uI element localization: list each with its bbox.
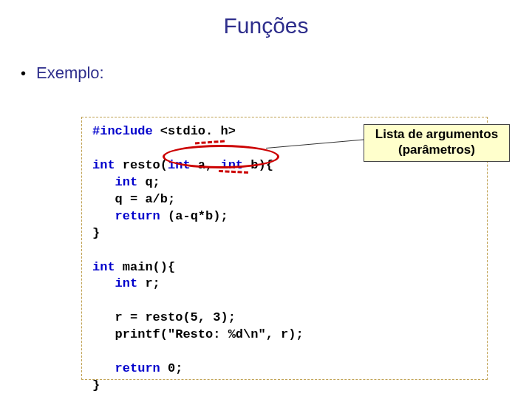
code-text: r; — [137, 276, 160, 290]
bullet-dot-icon: • — [21, 65, 26, 82]
code-text: main(){ — [115, 260, 176, 274]
kw-int: int — [92, 260, 115, 274]
kw-return: return — [92, 209, 160, 223]
callout-box: Lista de argumentos (parâmetros) — [364, 124, 510, 162]
kw-include: #include — [92, 124, 153, 138]
code-block: #include <stdio. h> int resto(int a, int… — [92, 123, 477, 395]
code-text: q = a/b; — [92, 192, 175, 206]
page-title: Funções — [0, 0, 532, 44]
kw-return: return — [92, 361, 160, 375]
code-text: } — [92, 378, 100, 392]
code-text: 0; — [160, 361, 183, 375]
bullet-label: Exemplo: — [36, 64, 104, 83]
code-text: printf("Resto: %d\n", r); — [92, 327, 304, 341]
kw-int: int — [92, 175, 137, 189]
code-text: q; — [137, 175, 160, 189]
code-text: (a-q*b); — [160, 209, 228, 223]
bullet-example: • Exemplo: — [0, 64, 532, 83]
callout-line2: (parâmetros) — [367, 142, 506, 157]
kw-int: int — [92, 276, 137, 290]
highlight-oval-icon — [163, 145, 279, 168]
code-text: <stdio. h> — [153, 124, 236, 138]
callout-line1: Lista de argumentos — [367, 126, 506, 142]
code-text: } — [92, 226, 100, 240]
code-text: resto( — [115, 158, 168, 172]
kw-int: int — [92, 158, 115, 172]
code-text: r = resto(5, 3); — [92, 310, 236, 324]
